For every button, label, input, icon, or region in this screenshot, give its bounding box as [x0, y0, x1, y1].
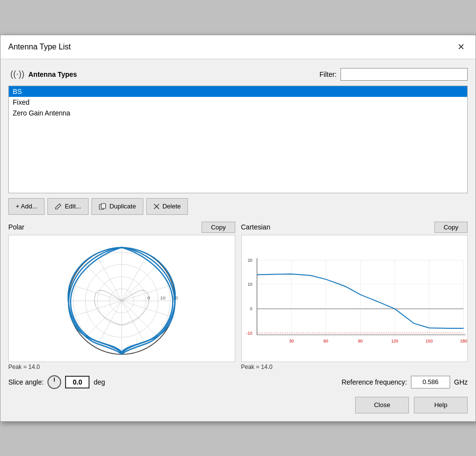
- polar-svg: 20 10 0: [9, 235, 235, 362]
- cartesian-panel: Cartesian Copy: [241, 222, 468, 370]
- bottom-controls-row: Slice angle: 0.0 deg Reference frequency…: [8, 375, 468, 389]
- delete-label: Delete: [162, 203, 181, 210]
- slice-angle-knob[interactable]: [47, 375, 61, 389]
- slice-angle-unit: deg: [93, 378, 105, 386]
- svg-text:120: 120: [391, 338, 398, 343]
- antenna-list-box[interactable]: BS Fixed Zero Gain Antenna: [8, 86, 468, 193]
- svg-text:0: 0: [250, 306, 252, 311]
- ref-freq-label: Reference frequency:: [341, 378, 407, 386]
- help-button[interactable]: Help: [414, 397, 468, 413]
- polar-chart: 20 10 0: [8, 235, 235, 362]
- ref-freq-unit: GHz: [454, 378, 468, 386]
- slice-angle-row: Slice angle: 0.0 deg: [8, 375, 105, 389]
- close-icon[interactable]: ✕: [454, 40, 468, 54]
- dialog-body: ((·)) Antenna Types Filter: BS Fixed Zer…: [0, 59, 476, 421]
- dialog-title: Antenna Type List: [8, 43, 71, 51]
- edit-button[interactable]: Edit...: [47, 198, 88, 215]
- polar-header: Polar Copy: [8, 222, 235, 233]
- cartesian-title: Cartesian: [241, 223, 271, 231]
- toolbar: + Add... Edit... Duplicate Delete: [8, 198, 468, 215]
- svg-text:10: 10: [160, 295, 166, 300]
- edit-icon: [55, 203, 62, 210]
- delete-button[interactable]: Delete: [146, 198, 188, 215]
- edit-label: Edit...: [65, 203, 81, 210]
- cartesian-svg: 20 10 0 -10 30 60 90 120 150 180: [242, 235, 468, 362]
- duplicate-icon: [99, 203, 107, 210]
- list-item[interactable]: Zero Gain Antenna: [9, 108, 467, 118]
- svg-text:20: 20: [248, 257, 252, 262]
- filter-label: Filter:: [319, 70, 337, 78]
- delete-icon: [154, 204, 159, 209]
- polar-peak-label: Peak = 14.0: [8, 364, 235, 370]
- svg-text:-10: -10: [246, 330, 252, 335]
- ref-freq-input[interactable]: [411, 376, 450, 388]
- close-button[interactable]: Close: [355, 397, 409, 413]
- footer-buttons: Close Help: [8, 397, 468, 413]
- polar-copy-button[interactable]: Copy: [202, 222, 235, 233]
- charts-row: Polar Copy: [8, 222, 468, 370]
- cartesian-chart: 20 10 0 -10 30 60 90 120 150 180: [241, 235, 468, 362]
- add-button[interactable]: + Add...: [8, 198, 45, 215]
- svg-text:10: 10: [248, 282, 252, 287]
- svg-rect-20: [242, 249, 468, 348]
- duplicate-button[interactable]: Duplicate: [91, 198, 143, 215]
- antenna-types-left: ((·)) Antenna Types: [10, 69, 77, 79]
- list-item[interactable]: Fixed: [9, 97, 467, 108]
- antenna-types-label: Antenna Types: [28, 70, 77, 78]
- list-item[interactable]: BS: [9, 86, 467, 97]
- polar-panel: Polar Copy: [8, 222, 235, 370]
- cartesian-peak-label: Peak = 14.0: [241, 364, 468, 370]
- svg-text:60: 60: [323, 338, 328, 343]
- svg-text:180: 180: [460, 338, 467, 343]
- slice-angle-label: Slice angle:: [8, 378, 44, 386]
- slice-angle-value: 0.0: [65, 376, 90, 388]
- cartesian-copy-button[interactable]: Copy: [434, 222, 468, 233]
- filter-row: Filter:: [319, 68, 468, 81]
- duplicate-label: Duplicate: [110, 203, 136, 210]
- antenna-types-header: ((·)) Antenna Types Filter:: [8, 65, 468, 84]
- ref-freq-row: Reference frequency: GHz: [341, 376, 468, 388]
- svg-text:150: 150: [426, 338, 433, 343]
- antenna-type-list-dialog: Antenna Type List ✕ ((·)) Antenna Types …: [0, 35, 476, 422]
- polar-title: Polar: [8, 223, 24, 231]
- antenna-icon: ((·)): [10, 69, 24, 79]
- svg-rect-1: [101, 204, 106, 208]
- title-bar: Antenna Type List ✕: [0, 35, 476, 59]
- cartesian-header: Cartesian Copy: [241, 222, 468, 233]
- svg-text:90: 90: [358, 338, 363, 343]
- filter-input[interactable]: [340, 68, 468, 81]
- svg-text:30: 30: [289, 338, 294, 343]
